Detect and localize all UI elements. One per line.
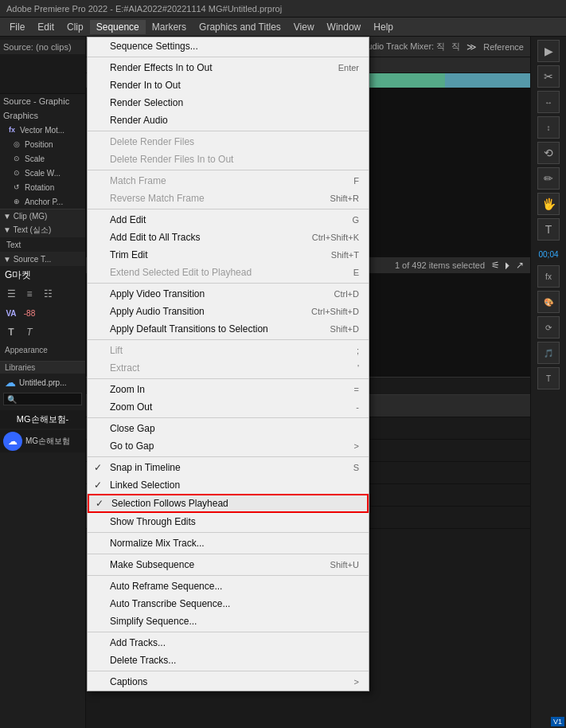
menu-entry-make-subsequence[interactable]: Make SubsequenceShift+U [88, 556, 369, 573]
menu-entry-normalize-mix[interactable]: Normalize Mix Track... [88, 534, 369, 552]
title-bar-text: Adobe Premiere Pro 2022 - E:#AIA2022#202… [6, 4, 282, 14]
rotate-tool[interactable]: ⟲ [537, 142, 560, 164]
align-center-icon[interactable]: ≡ [21, 286, 37, 302]
sequence-dropdown[interactable]: Sequence Settings...Render Effects In to… [87, 37, 369, 691]
scale-row[interactable]: ⊙ Scale [0, 151, 85, 166]
menu-separator [88, 209, 369, 209]
menu-entry-delete-tracks[interactable]: Delete Tracks... [88, 652, 369, 669]
shortcut-render-effects: Enter [338, 63, 359, 72]
menu-entry-snap-timeline[interactable]: ✓Snap in TimelineS [88, 459, 369, 476]
menu-entry-add-edit[interactable]: Add EditG [88, 211, 369, 229]
text-tool[interactable]: T [537, 218, 560, 241]
menu-label-delete-render: Delete Render Files [110, 136, 194, 147]
menu-entry-add-edit-tracks[interactable]: Add Edit to All TracksCtrl+Shift+K [88, 229, 369, 246]
pen-tool[interactable]: ✏ [537, 167, 560, 190]
menu-file[interactable]: File [3, 20, 31, 34]
menu-entry-render-selection[interactable]: Render Selection [88, 94, 369, 112]
menu-entry-apply-audio[interactable]: Apply Audio TransitionCtrl+Shift+D [88, 303, 369, 320]
menu-separator [88, 554, 369, 554]
scale-w-row[interactable]: ⊙ Scale W... [0, 166, 85, 180]
shortcut-snap-timeline: S [353, 463, 359, 472]
menu-window[interactable]: Window [321, 20, 368, 34]
shortcut-go-to-gap: > [354, 441, 359, 451]
ripple-tool[interactable]: ↔ [537, 91, 560, 113]
play-icon[interactable]: ⏵ [503, 260, 513, 271]
menu-entry-add-tracks[interactable]: Add Tracks... [88, 634, 369, 652]
shortcut-trim-edit: Shift+T [331, 250, 359, 260]
menu-entry-render-audio[interactable]: Render Audio [88, 112, 369, 129]
menu-entry-zoom-in[interactable]: Zoom In= [88, 381, 369, 398]
graphics-label: Graphics [0, 108, 85, 123]
menu-entry-apply-default[interactable]: Apply Default Transitions to SelectionSh… [88, 320, 369, 338]
menu-help[interactable]: Help [367, 20, 400, 34]
menu-entry-linked-selection[interactable]: ✓Linked Selection [88, 476, 369, 494]
align-left-icon[interactable]: ☰ [3, 286, 19, 302]
cloud-blue-icon: ☁ [3, 432, 22, 451]
library-search[interactable]: 🔍 [0, 391, 85, 407]
effect-icon[interactable]: fx [537, 265, 560, 288]
menu-edit[interactable]: Edit [31, 20, 61, 34]
menu-entry-match-frame: Match FrameF [88, 172, 369, 190]
menu-entry-show-through[interactable]: Show Through Edits [88, 513, 369, 530]
menu-entry-auto-transcribe[interactable]: Auto Transcribe Sequence... [88, 595, 369, 613]
menu-label-show-through: Show Through Edits [110, 516, 196, 527]
motion-icon[interactable]: ⟳ [537, 316, 560, 339]
menu-entry-close-gap[interactable]: Close Gap [88, 420, 369, 437]
hand-tool[interactable]: 🖐 [537, 193, 560, 215]
menu-graphics[interactable]: Graphics and Titles [193, 20, 287, 34]
track-select-tool[interactable]: ↕ [537, 116, 560, 139]
menu-separator [88, 671, 369, 671]
filter-icon[interactable]: ⚟ [491, 260, 500, 271]
menu-entry-zoom-out[interactable]: Zoom Out- [88, 398, 369, 416]
menu-label-lift: Lift [110, 345, 123, 356]
scale-w-icon: ⊙ [11, 167, 22, 178]
menu-label-extract: Extract [110, 362, 139, 374]
anchor-row[interactable]: ⊕ Anchor P... [0, 194, 85, 209]
menu-label-render-audio: Render Audio [110, 115, 168, 126]
menu-entry-trim-edit[interactable]: Trim EditShift+T [88, 246, 369, 264]
menu-entry-simplify[interactable]: Simplify Sequence... [88, 613, 369, 630]
menu-entry-auto-reframe[interactable]: Auto Reframe Sequence... [88, 577, 369, 595]
color-icon[interactable]: 🎨 [537, 291, 560, 313]
menu-separator [88, 575, 369, 576]
menu-markers[interactable]: Markers [146, 20, 193, 34]
menu-sequence[interactable]: Sequence [90, 20, 146, 34]
audio-mixer-label: Audio Track Mixer: 직 [361, 41, 445, 53]
select-tool[interactable]: ▶ [537, 40, 560, 62]
align-right-icon[interactable]: ☷ [40, 286, 56, 302]
shortcut-captions: > [354, 677, 359, 687]
caption-icon[interactable]: T [537, 367, 560, 389]
cut-tool[interactable]: ✂ [537, 65, 560, 88]
menu-entry-reverse-match: Reverse Match FrameShift+R [88, 190, 369, 207]
va-icon[interactable]: VA [3, 305, 19, 321]
menu-label-close-gap: Close Gap [110, 423, 155, 434]
expand-icon[interactable]: ≫ [466, 41, 477, 53]
menu-entry-render-in-out[interactable]: Render In to Out [88, 76, 369, 94]
menu-entry-captions[interactable]: Captions> [88, 673, 369, 691]
menu-entry-lift: Lift; [88, 342, 369, 359]
library-item[interactable]: ☁ Untitled.prp... [0, 374, 85, 391]
korean-text-mg: MG손해보험- [3, 413, 82, 425]
fx-vector-row[interactable]: fx Vector Mot... [0, 123, 85, 137]
position-row[interactable]: ◎ Position [0, 137, 85, 151]
menu-label-captions: Captions [110, 676, 147, 687]
menu-entry-apply-video[interactable]: Apply Video TransitionCtrl+D [88, 285, 369, 303]
audio-icon[interactable]: 🎵 [537, 342, 560, 364]
menu-entry-render-effects[interactable]: Render Effects In to OutEnter [88, 59, 369, 76]
menu-view[interactable]: View [287, 20, 321, 34]
menu-entry-sequence-settings[interactable]: Sequence Settings... [88, 37, 369, 55]
menu-entry-go-to-gap[interactable]: Go to Gap> [88, 437, 369, 455]
menu-label-go-to-gap: Go to Gap [110, 440, 154, 452]
italic-icon[interactable]: T [21, 324, 37, 340]
rotation-row[interactable]: ↺ Rotation [0, 180, 85, 194]
rotation-icon: ↺ [11, 182, 22, 193]
menu-entry-selection-follows[interactable]: ✓Selection Follows Playhead [88, 494, 369, 513]
export-icon[interactable]: ↗ [516, 260, 524, 271]
menu-label-extend-edit: Extend Selected Edit to Playhead [110, 267, 252, 278]
shortcut-make-subsequence: Shift+U [330, 560, 359, 569]
bold-icon[interactable]: T [3, 324, 19, 340]
text-label-row[interactable]: Text [0, 237, 85, 252]
text-toolbar: ☰ ≡ ☷ [0, 284, 85, 303]
reference-label: Reference [483, 42, 524, 52]
menu-clip[interactable]: Clip [61, 20, 90, 34]
